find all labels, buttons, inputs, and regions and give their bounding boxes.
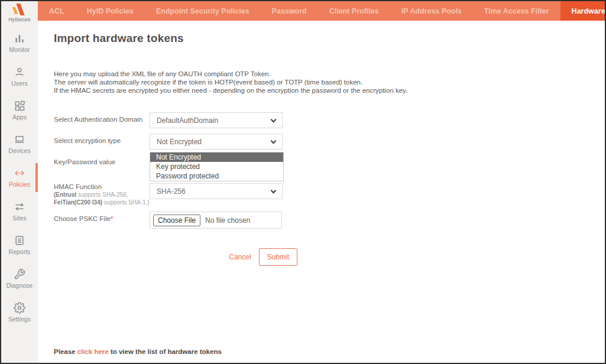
encryption-type-select[interactable]: Not Encrypted — [150, 134, 283, 150]
sidebar-item-monitor[interactable]: Monitor — [1, 26, 38, 60]
key-password-label: Key/Password value — [54, 152, 150, 181]
hmac-note: (Entrust supports SHA-256,FeiTian(C200 I… — [54, 191, 150, 206]
sidebar-item-label: Sites — [12, 214, 26, 222]
sidebar-item-label: Settings — [8, 316, 31, 323]
form-actions: Cancel Submit — [54, 248, 297, 266]
swap-arrows-icon — [14, 201, 25, 213]
description-line: If the HMAC secrets are encrypted you ei… — [54, 86, 605, 95]
submit-button[interactable]: Submit — [259, 248, 297, 266]
laptop-icon — [14, 134, 25, 145]
pskc-file-label: Choose PSKC File* — [54, 212, 150, 229]
pskc-file-row: Choose PSKC File* Choose File No file ch… — [54, 212, 385, 229]
description-line: The server will automatically recognize … — [54, 78, 605, 86]
chevron-down-icon — [271, 138, 277, 144]
auth-domain-value: DefaultAuthDomain — [157, 116, 218, 125]
auth-domain-row: Select Authentication Domain DefaultAuth… — [54, 112, 385, 128]
tab-ip-address-pools[interactable]: IP Address Pools — [390, 1, 473, 21]
key-password-row: Key/Password value Not Encrypted Key pro… — [54, 152, 385, 181]
app-window: HySecure Monitor Users Apps Devices Poli… — [0, 0, 606, 364]
tab-time-access-filter[interactable]: Time Access Filter — [473, 1, 560, 21]
sidebar-item-label: Users — [11, 80, 27, 87]
encryption-type-dropdown-list: Not Encrypted Key protected Password pro… — [150, 152, 284, 181]
sidebar-item-devices[interactable]: Devices — [1, 127, 38, 161]
bar-chart-icon — [14, 32, 25, 44]
encryption-type-label: Select encryption type — [54, 134, 150, 150]
cancel-button[interactable]: Cancel — [229, 253, 251, 261]
sidebar-item-label: Policies — [9, 181, 30, 188]
sidebar-item-diagnose[interactable]: Diagnose — [1, 262, 38, 295]
sidebar-item-label: Monitor — [9, 46, 30, 53]
chevron-down-icon — [271, 117, 277, 123]
dropdown-option-password-protected[interactable]: Password protected — [150, 171, 283, 181]
logo-mark-icon — [12, 3, 27, 16]
hysecure-logo: HySecure — [1, 1, 38, 26]
page-description: Here you may upload the XML file of any … — [54, 70, 605, 95]
choose-file-button[interactable]: Choose File — [153, 214, 200, 226]
page-title: Import hardware tokens — [54, 32, 605, 45]
gear-icon — [14, 302, 25, 314]
hmac-row: HMAC Function (Entrust supports SHA-256,… — [54, 183, 385, 206]
auth-domain-select[interactable]: DefaultAuthDomain — [150, 112, 283, 128]
dropdown-option-not-encrypted[interactable]: Not Encrypted — [150, 152, 283, 162]
sidebar-item-label: Devices — [8, 147, 30, 154]
auth-domain-label: Select Authentication Domain — [54, 112, 150, 128]
description-line: Here you may upload the XML file of any … — [54, 70, 605, 78]
sidebar-item-settings[interactable]: Settings — [1, 295, 38, 329]
hmac-label: HMAC Function — [54, 183, 150, 190]
sidebar-item-reports[interactable]: Reports — [1, 228, 38, 262]
import-token-form: Select Authentication Domain DefaultAuth… — [54, 112, 385, 266]
wrench-icon — [14, 268, 25, 280]
footer-note: Please click here to view the list of ha… — [54, 348, 222, 355]
sidebar-item-label: Diagnose — [7, 282, 33, 289]
file-chosen-status: No file chosen — [205, 216, 250, 225]
pskc-file-input[interactable]: Choose File No file chosen — [150, 212, 282, 229]
click-here-link[interactable]: click here — [77, 348, 109, 355]
code-brackets-icon — [14, 167, 25, 179]
tab-hyid-policies[interactable]: HyID Policies — [76, 1, 145, 21]
sidebar-item-apps[interactable]: Apps — [1, 93, 38, 127]
brand-name: HySecure — [8, 17, 30, 22]
tab-password[interactable]: Password — [261, 1, 318, 21]
hmac-function-select[interactable]: SHA-256 — [150, 183, 283, 199]
hmac-function-value: SHA-256 — [157, 187, 186, 196]
sidebar-item-label: Apps — [12, 113, 27, 121]
sidebar-item-sites[interactable]: Sites — [1, 194, 38, 228]
main-content: Import hardware tokens Here you may uplo… — [38, 21, 605, 363]
person-icon — [14, 66, 25, 78]
hmac-label-block: HMAC Function (Entrust supports SHA-256,… — [54, 183, 150, 206]
required-asterisk: * — [111, 215, 113, 222]
sidebar-item-label: Reports — [9, 248, 31, 255]
top-navigation: ACL HyID Policies Endpoint Security Poli… — [38, 1, 605, 21]
tab-client-profiles[interactable]: Client Profiles — [318, 1, 390, 21]
chevron-down-icon — [271, 188, 277, 194]
grid-squares-icon — [14, 100, 25, 112]
sidebar-item-policies[interactable]: Policies — [1, 161, 38, 194]
tab-hardware-tokens[interactable]: Hardware Tokens — [560, 1, 606, 21]
dropdown-option-key-protected[interactable]: Key protected — [150, 162, 283, 171]
sidebar-item-users[interactable]: Users — [1, 60, 38, 93]
tab-endpoint-security-policies[interactable]: Endpoint Security Policies — [145, 1, 261, 21]
encryption-type-value: Not Encrypted — [157, 138, 202, 146]
document-icon — [14, 235, 25, 246]
sidebar: HySecure Monitor Users Apps Devices Poli… — [1, 1, 38, 363]
encryption-type-row: Select encryption type Not Encrypted — [54, 134, 385, 150]
tab-acl[interactable]: ACL — [38, 1, 76, 21]
